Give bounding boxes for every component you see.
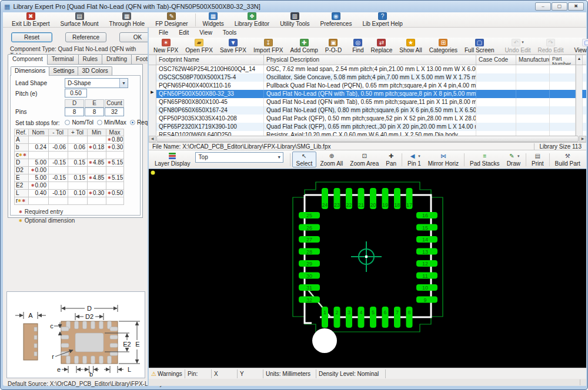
dim-cell-E-neg[interactable]: -0.15 [49,174,68,182]
footprint-row[interactable]: OSC762W46P254L2100H600Q4_14OSC, 7.62 mm … [149,65,586,73]
new-fpx-button[interactable]: ✶New FPX [150,38,182,54]
footprint-row[interactable]: OSCSC508P700X500X175-4Oscillator, Side C… [149,73,586,82]
utility-tools-button[interactable]: ▥Utility Tools [275,13,315,27]
dim-cell-r-nom[interactable] [29,197,49,205]
footprint-row[interactable]: QFN80P650X650X167-24Quad Flat No-Lead (Q… [149,106,586,115]
exit-lib-expert-button[interactable]: ✖Exit Lib Expert [6,13,55,27]
dim-cell-L-pos[interactable]: 0.10 [68,190,88,197]
pad-stacks-button[interactable]: ≡Pad Stacks [466,152,503,167]
dim-cell-b-min[interactable]: ✱0.18 [88,144,106,152]
scroll-up-icon[interactable]: ▲ [576,55,583,65]
lead-shape-dropdown[interactable]: D-Shape ▼ [65,78,128,88]
categories-button[interactable]: ⊞Categories [426,38,461,54]
preferences-button[interactable]: ◉Preferences [315,13,358,27]
reference-button[interactable]: Reference [65,32,106,42]
find-button[interactable]: ◎Find [349,38,367,54]
column-header-case-code[interactable]: Case Code [476,55,516,65]
horizontal-scrollbar[interactable]: ◀ ⋯ ▶ [149,136,586,142]
column-header-footprint-name[interactable]: Footprint Name [156,55,264,65]
subtab-settings[interactable]: Settings [49,66,78,75]
view-part-button[interactable]: ▢View Part [570,38,588,54]
zoom-area-button[interactable]: ⊡Zoom Area [346,152,382,167]
dim-cell-D2-nom[interactable]: ✱0.00 [29,167,49,174]
dim-cell-b-max[interactable]: ✱0.30 [106,144,124,152]
import-fpx-button[interactable]: ↧Import FPX [250,38,287,54]
dim-cell-b-nom[interactable]: 0.24 [29,144,49,152]
footprint-row[interactable]: QFP50P3035X3035X410-208Quad Flat Pack (Q… [149,115,586,123]
undo-edit-button[interactable]: ↶▾Undo Edit [502,38,534,54]
dim-cell-A-min[interactable] [88,136,106,144]
mirror-horiz-button[interactable]: ⋈Mirror Horiz [425,152,462,167]
tab-rules[interactable]: Rules [78,54,103,64]
subtab-3d-colors[interactable]: 3D Colors [78,66,112,75]
scroll-right-icon[interactable]: ▶ [579,136,586,142]
dim-cell-E-min[interactable]: ✱4.85 [88,174,106,182]
scrollbar-thumb[interactable]: ⋯ [156,136,579,142]
column-header-manufacturer[interactable]: Manufacturer [516,55,550,65]
dim-cell-b-neg[interactable]: -0.06 [49,144,68,152]
dim-cell-E2-max[interactable] [106,182,124,190]
dim-cell-D-pos[interactable]: 0.15 [68,159,88,167]
radio-min-max[interactable]: Min/Max [97,119,126,126]
layer-display-button[interactable]: Layer Display [151,152,194,167]
tab-component[interactable]: Component [8,54,48,65]
tab-drafting[interactable]: Drafting [102,54,132,64]
menu-tools[interactable]: Tools [218,29,242,36]
redo-edit-button[interactable]: ↷Redo Edit [534,38,567,54]
subtab-dimensions[interactable]: Dimensions [11,66,49,76]
dim-cell-L-max[interactable]: ✱0.50 [106,190,124,197]
dim-cell-c-neg[interactable] [49,152,68,159]
replace-button[interactable]: ⇄Replace [368,38,396,54]
dim-cell-E2-nom[interactable]: ✱0.00 [29,182,49,190]
footprint-svg[interactable]: 2423222120191817123456782526272829303132… [149,169,586,368]
dim-cell-b-pos[interactable]: 0.06 [68,144,88,152]
dim-cell-A-nom[interactable] [29,136,49,144]
dim-cell-E-max[interactable]: ✱5.15 [106,174,124,182]
footprint-row[interactable]: QFP65P2320X1719X390-100Quad Flat Pack (Q… [149,123,586,131]
dim-cell-r-min[interactable] [88,197,106,205]
scroll-left-icon[interactable]: ◀ [149,136,156,142]
reset-button[interactable]: Reset [11,32,52,42]
dim-cell-E2-pos[interactable] [68,182,88,190]
dim-cell-c-nom[interactable] [29,152,49,159]
fp-designer-button[interactable]: ✎FP Designer [150,13,193,27]
column-header-part-number[interactable]: Part Number [550,55,576,65]
footprint-row[interactable]: ▶QFN50P500X500X80-32_33Quad Flat No-Lead… [149,90,586,98]
dim-cell-E2-min[interactable] [88,182,106,190]
titlebar[interactable]: ▦ Library Expert Pro [Quad Flat No-Lead … [1,1,587,12]
dim-cell-A-max[interactable]: ✱0.80 [106,136,124,144]
tab-terminal[interactable]: Terminal [47,54,79,64]
dim-cell-c-min[interactable] [88,152,106,159]
show-all-button[interactable]: ★Show All [396,38,425,54]
select-button[interactable]: ↖Select [292,152,317,167]
minimize-button[interactable]: – [535,2,551,11]
dim-cell-L-neg[interactable]: -0.10 [49,190,68,197]
dim-cell-A-neg[interactable] [49,136,68,144]
lib-expert-help-button[interactable]: ?Lib Expert Help [357,13,407,27]
dim-cell-D2-max[interactable] [106,167,124,174]
library-editor-button[interactable]: ❖Library Editor [229,13,275,27]
footprint-canvas[interactable]: 2423222120191817123456782526272829303132… [149,169,586,368]
dim-cell-D2-min[interactable] [88,167,106,174]
dim-cell-c-max[interactable] [106,152,124,159]
footprint-row[interactable]: RESAD1020W60L640D250Resistor, Axial;10.2… [149,131,586,136]
zoom-all-button[interactable]: ⊕Zoom All [316,152,346,167]
pan-button[interactable]: ✚Pan [382,152,400,167]
dim-cell-c-pos[interactable] [68,152,88,159]
menu-edit[interactable]: Edit [173,29,194,36]
dim-cell-A-pos[interactable] [68,136,88,144]
menu-file[interactable]: File [153,29,173,36]
dim-cell-r-neg[interactable] [49,197,68,205]
column-header-physical-description[interactable]: Physical Description [264,55,476,65]
pins-value-2[interactable]: 32 [105,107,124,116]
save-fpx-button[interactable]: ▼Save FPX [216,38,250,54]
dim-cell-D-max[interactable]: ✱5.15 [106,159,124,167]
dim-cell-E2-neg[interactable] [49,182,68,190]
dim-cell-D-nom[interactable]: 5.00 [29,159,49,167]
pins-value-1[interactable]: 8 [85,107,104,116]
footprint-row[interactable]: PQFN65P400X400X110-16Pullback Quad Flat … [149,82,586,90]
menu-view[interactable]: View [194,29,218,36]
radio-nom-tol[interactable]: Nom/Tol [65,119,93,126]
dim-cell-D-min[interactable]: ✱4.85 [88,159,106,167]
dim-cell-D2-pos[interactable] [68,167,88,174]
